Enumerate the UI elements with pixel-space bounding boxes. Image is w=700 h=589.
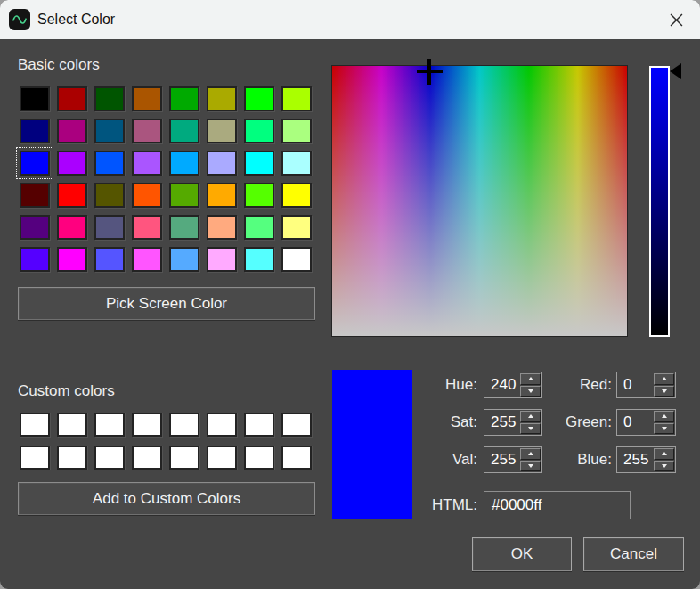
basic-color-swatch[interactable] (169, 86, 199, 111)
basic-color-swatch[interactable] (94, 151, 125, 176)
basic-color-swatch[interactable] (132, 151, 162, 176)
basic-color-swatch[interactable] (57, 183, 87, 208)
red-spin-down-button[interactable] (654, 386, 674, 397)
green-spin-buttons (653, 410, 675, 435)
close-button[interactable] (663, 6, 689, 33)
red-spinbox: 0 (616, 372, 676, 398)
basic-color-swatch[interactable] (94, 247, 125, 272)
custom-colors-grid (20, 413, 312, 470)
basic-color-swatch[interactable] (207, 247, 237, 272)
basic-color-swatch[interactable] (207, 183, 237, 208)
basic-color-swatch[interactable] (281, 86, 312, 111)
blue-spin-down-button[interactable] (654, 461, 674, 472)
basic-color-swatch[interactable] (169, 183, 199, 208)
sat-label: Sat: (374, 409, 477, 436)
value-slider-arrow[interactable] (670, 63, 681, 79)
blue-spin-buttons (653, 447, 675, 472)
val-label: Val: (374, 446, 477, 473)
basic-color-swatch[interactable] (244, 86, 274, 111)
custom-color-swatch[interactable] (281, 413, 312, 437)
green-value[interactable]: 0 (617, 410, 653, 435)
custom-color-swatch[interactable] (207, 413, 237, 437)
custom-color-swatch[interactable] (169, 446, 199, 470)
hue-sat-gradient[interactable] (331, 65, 628, 337)
value-slider[interactable] (649, 66, 670, 337)
basic-color-swatch[interactable] (244, 215, 274, 240)
pick-screen-color-button[interactable]: Pick Screen Color (18, 287, 315, 320)
blue-value[interactable]: 255 (617, 447, 653, 472)
titlebar[interactable]: Select Color (0, 0, 700, 39)
basic-color-swatch[interactable] (20, 247, 50, 272)
custom-color-swatch[interactable] (94, 413, 125, 437)
basic-color-swatch[interactable] (244, 247, 274, 272)
custom-color-swatch[interactable] (281, 446, 312, 470)
custom-color-swatch[interactable] (20, 413, 50, 437)
basic-color-swatch[interactable] (20, 119, 50, 143)
basic-color-swatch[interactable] (57, 247, 87, 272)
app-icon (9, 9, 30, 30)
basic-color-swatch[interactable] (207, 151, 237, 176)
basic-color-swatch[interactable] (57, 86, 87, 111)
blue-spin-up-button[interactable] (654, 448, 674, 460)
basic-color-swatch[interactable] (20, 183, 50, 208)
red-spin-up-button[interactable] (654, 373, 674, 385)
add-to-custom-colors-button[interactable]: Add to Custom Colors (18, 482, 315, 515)
basic-colors-label: Basic colors (18, 56, 100, 74)
basic-color-swatch[interactable] (94, 119, 125, 143)
green-spin-down-button[interactable] (654, 423, 674, 435)
cancel-button[interactable]: Cancel (583, 537, 684, 571)
custom-color-swatch[interactable] (207, 446, 237, 470)
basic-color-swatch[interactable] (281, 215, 312, 240)
basic-color-swatch[interactable] (207, 119, 237, 143)
basic-color-swatch[interactable] (281, 151, 312, 176)
basic-color-swatch[interactable] (207, 215, 237, 240)
sine-wave-icon (11, 11, 28, 29)
basic-color-swatch[interactable] (94, 183, 125, 208)
basic-color-swatch[interactable] (57, 151, 87, 176)
basic-color-swatch[interactable] (20, 86, 50, 111)
basic-color-swatch[interactable] (207, 86, 237, 111)
green-label: Green: (508, 409, 612, 436)
red-value[interactable]: 0 (617, 372, 653, 397)
green-spin-up-button[interactable] (654, 411, 674, 422)
basic-color-swatch[interactable] (281, 183, 312, 208)
basic-color-swatch[interactable] (281, 247, 312, 272)
arrow-down-icon (662, 427, 667, 430)
basic-color-swatch[interactable] (20, 215, 50, 240)
html-label: HTML: (374, 492, 477, 519)
basic-color-swatch[interactable] (132, 215, 162, 240)
custom-color-swatch[interactable] (94, 446, 125, 470)
custom-color-swatch[interactable] (244, 413, 274, 437)
basic-color-swatch[interactable] (169, 119, 199, 143)
custom-color-swatch[interactable] (169, 413, 199, 437)
basic-color-swatch[interactable] (244, 183, 274, 208)
close-icon (670, 13, 683, 27)
basic-color-swatch[interactable] (169, 215, 199, 240)
basic-color-swatch[interactable] (169, 247, 199, 272)
custom-color-swatch[interactable] (244, 446, 274, 470)
basic-color-swatch[interactable] (132, 86, 162, 111)
custom-color-swatch[interactable] (132, 413, 162, 437)
ok-button[interactable]: OK (472, 537, 572, 571)
html-color-input[interactable]: #0000ff (484, 491, 631, 519)
arrow-down-icon (662, 389, 667, 393)
basic-color-swatch[interactable] (20, 151, 50, 176)
basic-color-swatch[interactable] (169, 151, 199, 176)
basic-color-swatch[interactable] (132, 183, 162, 208)
basic-color-swatch[interactable] (281, 119, 312, 143)
basic-color-swatch[interactable] (57, 215, 87, 240)
custom-color-swatch[interactable] (132, 446, 162, 470)
custom-color-swatch[interactable] (57, 446, 87, 470)
basic-color-swatch[interactable] (94, 86, 125, 111)
custom-color-swatch[interactable] (20, 446, 50, 470)
select-color-dialog: Select Color Basic colors Pick Screen Co… (0, 0, 700, 589)
basic-color-swatch[interactable] (244, 151, 274, 176)
basic-color-swatch[interactable] (132, 247, 162, 272)
custom-color-swatch[interactable] (57, 413, 87, 437)
basic-color-swatch[interactable] (244, 119, 274, 143)
basic-color-swatch[interactable] (57, 119, 87, 143)
basic-color-swatch[interactable] (132, 119, 162, 143)
screen: Select Color Basic colors Pick Screen Co… (0, 0, 700, 589)
basic-color-swatch[interactable] (94, 215, 125, 240)
picker-crosshair-bar[interactable] (417, 70, 443, 73)
